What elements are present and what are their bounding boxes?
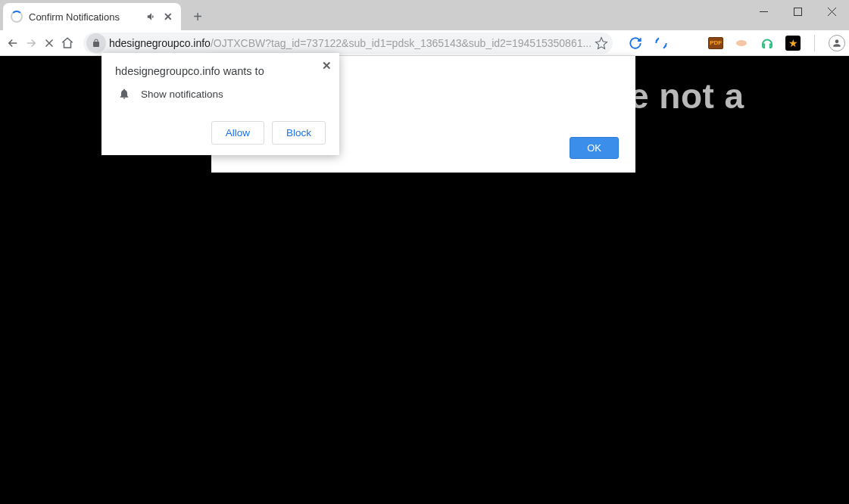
- loading-spinner-icon: [11, 11, 23, 23]
- permission-label: Show notifications: [141, 89, 223, 100]
- extension-star-icon[interactable]: ★: [785, 36, 801, 51]
- extensions-area: PDF ★: [622, 35, 849, 51]
- url-text: hdesignegroupco.info/OJTXCBW?tag_id=7371…: [109, 37, 591, 49]
- bell-icon: [118, 88, 130, 100]
- new-tab-button[interactable]: +: [187, 6, 208, 27]
- browser-tab[interactable]: Confirm Notifications ✕: [3, 3, 181, 30]
- svg-point-6: [736, 40, 747, 46]
- close-tab-icon[interactable]: ✕: [163, 11, 173, 22]
- extension-refresh-1-icon[interactable]: [628, 36, 643, 51]
- extension-refresh-2-icon[interactable]: [654, 36, 669, 51]
- allow-button[interactable]: Allow: [211, 121, 264, 145]
- bookmark-star-icon[interactable]: [595, 36, 608, 50]
- svg-rect-1: [794, 8, 802, 15]
- alert-ok-button[interactable]: OK: [570, 137, 619, 159]
- lock-icon: [92, 39, 101, 48]
- audio-icon[interactable]: [146, 11, 157, 22]
- extension-unknown-icon[interactable]: [734, 36, 749, 51]
- site-info-button[interactable]: [86, 33, 106, 53]
- tab-title: Confirm Notifications: [29, 11, 140, 23]
- page-viewport: Click ALLOW to confirm you are not a pco…: [0, 56, 849, 504]
- tab-strip: Confirm Notifications ✕ +: [0, 0, 208, 30]
- block-button[interactable]: Block: [272, 121, 326, 145]
- close-window-button[interactable]: [815, 0, 849, 23]
- extension-headphones-icon[interactable]: [760, 36, 775, 51]
- address-bar[interactable]: hdesignegroupco.info/OJTXCBW?tag_id=7371…: [83, 33, 613, 54]
- profile-avatar-button[interactable]: [829, 35, 845, 51]
- home-button[interactable]: [61, 33, 74, 54]
- stop-reload-button[interactable]: [42, 33, 56, 54]
- browser-titlebar: Confirm Notifications ✕ +: [0, 0, 849, 30]
- forward-button[interactable]: [24, 33, 38, 54]
- browser-toolbar: hdesignegroupco.info/OJTXCBW?tag_id=7371…: [0, 30, 849, 56]
- toolbar-divider: [814, 35, 815, 51]
- minimize-button[interactable]: [747, 0, 781, 23]
- permission-close-icon[interactable]: ✕: [322, 59, 332, 73]
- back-button[interactable]: [6, 33, 20, 54]
- permission-title: hdesignegroupco.info wants to: [115, 65, 326, 77]
- extension-pdf-icon[interactable]: PDF: [708, 37, 723, 49]
- maximize-button[interactable]: [781, 0, 815, 23]
- window-controls: [747, 0, 849, 23]
- notification-permission-dialog: ✕ hdesignegroupco.info wants to Show not…: [101, 53, 339, 155]
